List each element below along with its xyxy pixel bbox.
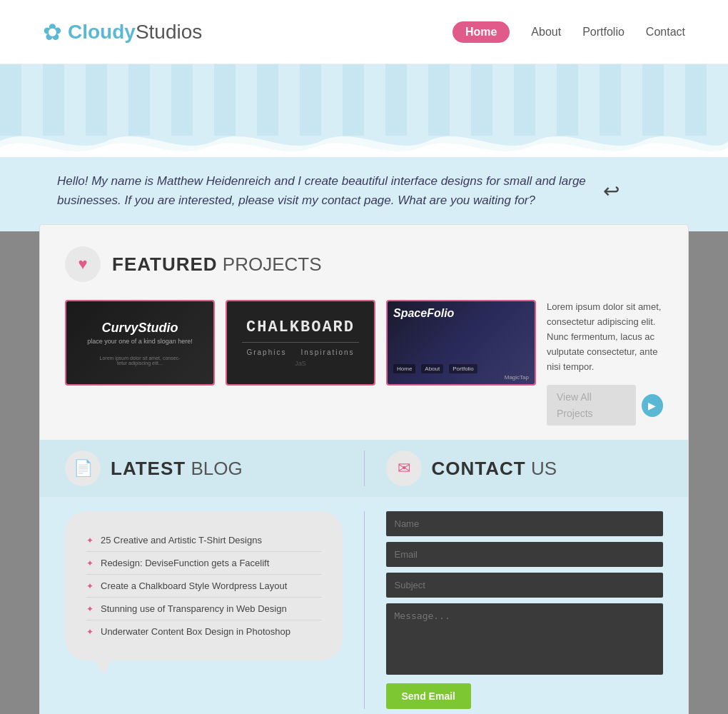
- blog-bullet-3: ✦: [86, 581, 93, 591]
- wave-svg: [0, 125, 728, 157]
- wave-area: [0, 64, 728, 157]
- blog-bullet-1: ✦: [86, 536, 93, 545]
- view-all-arrow-icon: ▶: [642, 394, 663, 417]
- logo-studios: Studios: [136, 21, 202, 43]
- view-all-label: View All Projects: [547, 385, 636, 426]
- email-input[interactable]: [386, 542, 664, 567]
- arrow-icon: ↩: [603, 179, 620, 203]
- blog-title-3: Create a Chalkboard Style Wordpress Layo…: [101, 580, 287, 591]
- logo-cloudy: Cloudy: [68, 21, 136, 43]
- thumb-space-content: SpaceFolio Home About Portfolio MagicTap: [388, 301, 535, 384]
- sf-magictap: MagicTap: [505, 374, 529, 381]
- main-nav: Home About Portfolio Contact: [453, 21, 685, 43]
- nav-contact[interactable]: Contact: [646, 26, 685, 39]
- blog-bullet-2: ✦: [86, 558, 93, 568]
- name-input[interactable]: [386, 511, 664, 536]
- project-description: Lorem ipsum dolor sit amet, consectetur …: [547, 300, 663, 426]
- blog-icon-circle: 📄: [65, 451, 101, 486]
- blog-title-1: 25 Creative and Artistic T-Shirt Designs: [101, 535, 262, 545]
- bottom-content: ✦ 25 Creative and Artistic T-Shirt Desig…: [65, 497, 663, 709]
- project-thumb-space[interactable]: SpaceFolio Home About Portfolio MagicTap: [386, 300, 536, 386]
- chalk-inspirations: Inspirations: [300, 348, 354, 356]
- blog-item-2[interactable]: ✦ Redesign: DeviseFunction gets a Faceli…: [86, 552, 321, 575]
- hero-section: Hello! My name is Matthew Heidenreich an…: [0, 157, 728, 231]
- blog-bullet-5: ✦: [86, 627, 93, 637]
- blog-col-header: 📄 LATEST BLOG: [65, 451, 365, 486]
- nav-portfolio[interactable]: Portfolio: [582, 26, 625, 39]
- chalk-title: CHALKBOARD: [246, 318, 355, 336]
- contact-col-header: ✉ CONTACT US: [365, 451, 664, 486]
- bottom-headers: 📄 LATEST BLOG ✉ CONTACT US: [40, 440, 688, 497]
- chalk-js: JaS: [295, 360, 306, 367]
- doc-icon: 📄: [74, 459, 93, 478]
- chalk-line: [242, 342, 360, 343]
- logo: ✿ CloudyStudios: [43, 19, 202, 46]
- featured-title: FEATURED PROJECTS: [112, 253, 322, 276]
- blog-cloud-box: ✦ 25 Creative and Artistic T-Shirt Desig…: [65, 511, 343, 660]
- logo-text: CloudyStudios: [68, 21, 202, 44]
- thumb-curvy-content: CurvyStudio place your one of a kind slo…: [66, 301, 213, 384]
- project-thumb-chalk[interactable]: CHALKBOARD Graphics Inspirations JaS: [226, 300, 375, 386]
- main-card: ♥ FEATURED PROJECTS CurvyStudio place yo…: [39, 224, 689, 714]
- contact-column: Send Email: [365, 511, 664, 709]
- blog-title: LATEST BLOG: [111, 458, 243, 480]
- chalk-graphics: Graphics: [246, 348, 286, 356]
- projects-row: CurvyStudio place your one of a kind slo…: [65, 300, 663, 426]
- blog-title-4: Stunning use of Transparency in Web Desi…: [101, 603, 287, 614]
- nav-about[interactable]: About: [531, 26, 561, 39]
- sf-menu: Home About Portfolio: [393, 364, 477, 373]
- view-all-button[interactable]: View All Projects ▶: [547, 385, 663, 426]
- blog-column: ✦ 25 Creative and Artistic T-Shirt Desig…: [65, 511, 365, 709]
- sf-home: Home: [393, 364, 415, 373]
- sf-title: SpaceFolio: [393, 307, 454, 320]
- thumb-chalk-content: CHALKBOARD Graphics Inspirations JaS: [227, 301, 374, 384]
- blog-item-3[interactable]: ✦ Create a Chalkboard Style Wordpress La…: [86, 575, 321, 598]
- blog-title-5: Underwater Content Box Design in Photosh…: [101, 626, 290, 637]
- mail-icon: ✉: [398, 459, 410, 478]
- subject-input[interactable]: [386, 573, 664, 598]
- blog-item-5[interactable]: ✦ Underwater Content Box Design in Photo…: [86, 620, 321, 643]
- blog-title-2: Redesign: DeviseFunction gets a Facelift: [101, 558, 269, 568]
- message-input[interactable]: [386, 603, 664, 675]
- header: ✿ CloudyStudios Home About Portfolio Con…: [0, 0, 728, 64]
- heart-icon: ♥: [78, 255, 87, 273]
- sf-about: About: [421, 364, 443, 373]
- featured-icon-circle: ♥: [65, 246, 101, 282]
- blog-item-4[interactable]: ✦ Stunning use of Transparency in Web De…: [86, 598, 321, 620]
- blog-item-1[interactable]: ✦ 25 Creative and Artistic T-Shirt Desig…: [86, 529, 321, 552]
- curvy-title: CurvyStudio: [101, 321, 178, 336]
- nav-home[interactable]: Home: [453, 21, 510, 43]
- send-email-button[interactable]: Send Email: [386, 683, 471, 709]
- curvy-lorem: Lorem ipsum dolor sit amet, consec-tetur…: [100, 356, 181, 366]
- curvy-sub: place your one of a kind slogan here!: [87, 338, 193, 345]
- sf-portfolio: Portfolio: [449, 364, 477, 373]
- contact-title: CONTACT US: [432, 458, 557, 480]
- project-thumb-curvy[interactable]: CurvyStudio place your one of a kind slo…: [65, 300, 215, 386]
- logo-icon: ✿: [43, 19, 62, 46]
- featured-header: ♥ FEATURED PROJECTS: [65, 246, 663, 282]
- hero-text: Hello! My name is Matthew Heidenreich an…: [57, 171, 592, 210]
- bottom-section: 📄 LATEST BLOG ✉ CONTACT US ✦: [40, 440, 688, 714]
- contact-icon-circle: ✉: [386, 451, 422, 486]
- blog-bullet-4: ✦: [86, 604, 93, 614]
